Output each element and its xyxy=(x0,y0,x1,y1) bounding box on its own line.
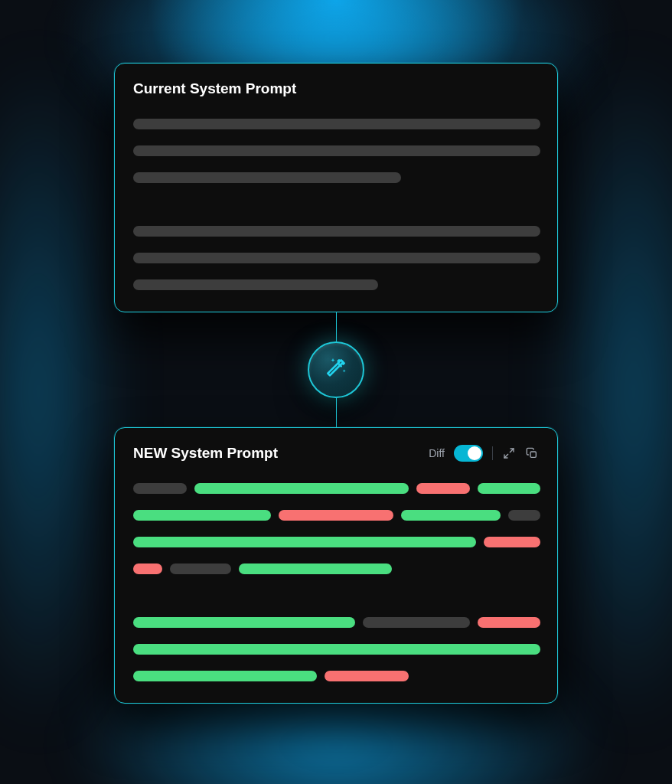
current-prompt-panel: Current System Prompt xyxy=(114,63,558,312)
connector-line-bottom xyxy=(336,398,337,427)
text-segment xyxy=(170,564,231,574)
controls-divider xyxy=(492,446,493,460)
text-segment xyxy=(133,226,540,237)
text-segment xyxy=(133,671,317,681)
new-prompt-panel: NEW System Prompt Diff xyxy=(114,427,558,704)
text-line xyxy=(133,145,539,156)
text-segment xyxy=(133,145,540,156)
magic-wand-icon xyxy=(324,356,348,384)
text-line xyxy=(133,119,539,129)
text-line xyxy=(133,253,539,263)
new-prompt-content xyxy=(133,483,539,681)
text-segment xyxy=(133,537,476,547)
svg-rect-0 xyxy=(530,452,536,457)
connector-line-top xyxy=(336,312,337,341)
text-line xyxy=(133,172,539,183)
text-line xyxy=(133,537,539,547)
text-segment xyxy=(194,483,409,494)
text-line xyxy=(133,644,539,655)
current-prompt-content xyxy=(133,119,539,290)
text-segment xyxy=(133,644,540,655)
new-prompt-title: NEW System Prompt xyxy=(133,445,278,462)
copy-icon[interactable] xyxy=(525,446,539,460)
text-line xyxy=(133,510,539,521)
text-segment xyxy=(478,617,540,628)
magic-wand-button[interactable] xyxy=(308,341,364,398)
text-segment xyxy=(133,483,187,494)
text-segment xyxy=(416,483,470,494)
expand-icon[interactable] xyxy=(502,446,516,460)
text-line xyxy=(133,564,539,574)
text-segment xyxy=(239,564,392,574)
text-line xyxy=(133,279,539,290)
text-segment xyxy=(325,671,409,681)
text-segment xyxy=(133,564,162,574)
text-segment xyxy=(279,510,393,521)
text-segment xyxy=(133,172,401,183)
text-segment xyxy=(401,510,501,521)
text-segment xyxy=(133,279,378,290)
diff-toggle[interactable] xyxy=(454,445,483,462)
diff-label: Diff xyxy=(429,447,445,459)
text-segment xyxy=(363,617,470,628)
text-segment xyxy=(133,510,271,521)
text-line xyxy=(133,671,539,681)
text-segment xyxy=(508,510,540,521)
text-segment xyxy=(133,617,355,628)
text-line xyxy=(133,617,539,628)
text-segment xyxy=(478,483,540,494)
text-segment xyxy=(484,537,540,547)
text-line xyxy=(133,483,539,494)
text-line xyxy=(133,226,539,237)
current-prompt-title: Current System Prompt xyxy=(133,80,539,97)
text-segment xyxy=(133,253,540,263)
text-segment xyxy=(133,119,540,129)
